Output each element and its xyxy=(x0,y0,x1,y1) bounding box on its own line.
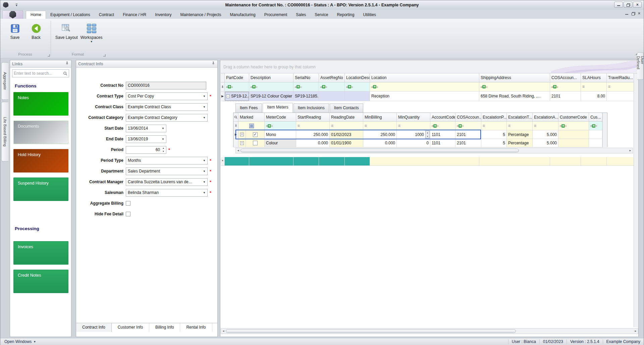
cell-cosaccount[interactable]: 2101 xyxy=(455,130,481,139)
cell-shippingaddress[interactable]: 658 Dime Road, South Riding, ,... xyxy=(479,91,550,101)
cell-location[interactable]: Reception xyxy=(370,91,479,101)
collapse-row-icon[interactable]: − xyxy=(226,94,230,98)
grid-search-icon[interactable] xyxy=(233,113,238,122)
cell-accountcode[interactable]: 1101 xyxy=(430,139,455,147)
spin-down-icon[interactable]: ▼ xyxy=(426,135,429,138)
column-header-description[interactable]: Description xyxy=(249,73,293,82)
credit-notes-button[interactable]: Credit Notes xyxy=(13,270,68,293)
filter-cell-shippingaddress[interactable]: aBc xyxy=(479,82,550,91)
column-header-cosaccount[interactable]: COSAccoun... xyxy=(455,113,481,122)
new-row[interactable]: * xyxy=(221,157,635,166)
scroll-right-icon[interactable]: ► xyxy=(628,149,633,152)
links-search-input[interactable] xyxy=(14,71,63,76)
filter-cell-readingdate[interactable]: = xyxy=(330,122,363,130)
expand-row-icon[interactable]: + xyxy=(238,130,246,139)
checkbox-unchecked-icon[interactable] xyxy=(253,141,258,145)
column-header-locationdesc[interactable]: LocationDesc xyxy=(345,73,370,82)
filter-cell-cosaccount[interactable]: aBc xyxy=(550,82,581,91)
cell-escalationa[interactable]: 5.000 xyxy=(533,139,558,147)
ribbon-tab-manufacturing[interactable]: Manufacturing xyxy=(226,11,260,19)
ribbon-tab-home[interactable]: Home xyxy=(26,11,46,19)
contract-category-dropdown[interactable]: Example Contract Category▼ xyxy=(126,114,208,122)
equipment-grid-vertical-scrollbar[interactable] xyxy=(634,73,638,327)
invoices-button[interactable]: Invoices xyxy=(13,241,68,265)
column-header-readingdate[interactable]: ReadingDate xyxy=(330,113,363,122)
group-by-bar[interactable]: Drag a column header here to group by th… xyxy=(221,61,638,73)
aggregate-billing-checkbox[interactable] xyxy=(126,201,130,206)
cell-escalationp[interactable]: 5 xyxy=(481,139,507,147)
filter-cell-description[interactable]: aBc xyxy=(249,82,293,91)
new-cell-locationdesc[interactable] xyxy=(345,157,370,166)
tab-item-inclusions[interactable]: Item Inclusions xyxy=(293,104,329,113)
new-cell-cosaccount[interactable] xyxy=(550,157,581,166)
tab-item-meters[interactable]: Item Meters xyxy=(263,103,292,113)
open-windows-button[interactable]: Open Windows ▼ xyxy=(0,339,40,344)
cell-customer[interactable] xyxy=(589,139,602,147)
scroll-left-icon[interactable]: ◄ xyxy=(221,330,226,333)
cell-cosaccount[interactable]: 2101 xyxy=(455,139,481,147)
column-header-cosaccount[interactable]: COSAccoun... xyxy=(550,73,581,82)
column-header-accountcode[interactable]: AccountCode xyxy=(430,113,455,122)
filter-cell-accountcode[interactable]: aBc xyxy=(430,122,455,130)
filter-cell-escalationt[interactable]: = xyxy=(507,122,533,130)
department-dropdown[interactable]: Sales Department▼ xyxy=(126,167,208,175)
cell-marked[interactable]: ✓ xyxy=(246,130,265,139)
column-header-location[interactable]: Location xyxy=(370,73,479,82)
column-header-assetregno[interactable]: AssetRegNo xyxy=(319,73,345,82)
save-button[interactable]: Save xyxy=(5,21,25,41)
cell-slahours[interactable]: 8.00 xyxy=(581,91,607,101)
cell-escalationa[interactable]: 5.000 xyxy=(533,130,558,139)
contract-class-dropdown[interactable]: Example Contract Class▼ xyxy=(126,103,208,111)
cell-minquantity[interactable]: 1000 ▲▼ xyxy=(397,130,430,139)
suspend-history-button[interactable]: Suspend History xyxy=(13,178,68,201)
new-cell-partcode[interactable] xyxy=(225,157,249,166)
tab-rental-info[interactable]: Rental Info xyxy=(180,323,212,332)
filter-pin-icon[interactable] xyxy=(233,122,238,130)
end-date-picker[interactable]: 13/06/2019▼ xyxy=(126,135,166,143)
cell-partcode[interactable]: − SP19-12... xyxy=(225,91,249,101)
filter-cell-locationdesc[interactable]: aBc xyxy=(345,82,370,91)
scrollbar-thumb[interactable] xyxy=(240,149,519,152)
spin-down-icon[interactable]: ▼ xyxy=(161,150,166,153)
period-type-dropdown[interactable]: Months▼ xyxy=(126,157,208,164)
side-tab-aggregate[interactable]: Aggregate xyxy=(1,62,8,100)
close-button[interactable]: × xyxy=(633,2,642,8)
scroll-left-icon[interactable]: ◄ xyxy=(236,149,240,152)
ribbon-tab-utilities[interactable]: Utilities xyxy=(359,11,380,19)
mdi-restore-icon[interactable] xyxy=(632,12,635,15)
search-icon[interactable] xyxy=(63,71,67,76)
new-cell-assetregno[interactable] xyxy=(319,157,345,166)
meter-row-colour[interactable]: + Colour 0.000 01/01/1900 0.000 0 1101 2… xyxy=(233,139,602,147)
side-tab-user-defined[interactable]: User Defined xyxy=(637,52,644,80)
tab-item-contacts[interactable]: Item Contacts xyxy=(330,104,363,113)
notes-button[interactable]: Notes xyxy=(13,92,68,116)
cell-readingdate[interactable]: 01/01/1900 xyxy=(330,139,363,147)
meters-grid-horizontal-scrollbar[interactable]: ◄ ► xyxy=(235,148,633,153)
minimize-button[interactable] xyxy=(614,2,623,8)
salesman-dropdown[interactable]: Belinda Sharman▼ xyxy=(126,189,208,197)
column-header-metercode[interactable]: MeterCode xyxy=(265,113,296,122)
filter-cell-metercode[interactable]: aBc xyxy=(265,122,296,130)
ribbon-tab-service[interactable]: Service xyxy=(310,11,332,19)
filter-cell-marked[interactable] xyxy=(238,122,265,130)
column-header-startreading[interactable]: StartReading xyxy=(296,113,330,122)
filter-cell-customer[interactable]: aBc xyxy=(589,122,602,130)
meters-grid-vertical-scrollbar[interactable] xyxy=(602,113,607,147)
start-date-picker[interactable]: 13/06/2014▼ xyxy=(126,125,166,132)
filter-pin-icon[interactable] xyxy=(221,82,225,91)
expand-row-icon[interactable]: + xyxy=(238,139,246,147)
column-header-escalationt[interactable]: EscalationT... xyxy=(507,113,533,122)
cell-locationdesc[interactable] xyxy=(345,91,370,101)
new-cell-shippingaddress[interactable] xyxy=(479,157,550,166)
pin-icon[interactable] xyxy=(211,61,215,66)
ribbon-tab-equipment-locations[interactable]: Equipment / Locations xyxy=(46,11,95,19)
cell-marked[interactable] xyxy=(246,139,265,147)
column-header-escalationa[interactable]: EscalationA... xyxy=(533,113,558,122)
cell-serialno[interactable]: SP19-12185... xyxy=(293,91,319,101)
workspaces-button[interactable]: Workspaces ▼ xyxy=(80,21,103,44)
spin-up-icon[interactable]: ▲ xyxy=(161,147,166,150)
contract-no-field[interactable]: CO0000016 xyxy=(126,82,206,89)
equipment-grid-horizontal-scrollbar[interactable]: ◄ ► xyxy=(221,328,638,334)
process-group-dialog-launcher-icon[interactable] xyxy=(48,54,50,57)
column-header-customer[interactable]: Cus... xyxy=(589,113,602,122)
